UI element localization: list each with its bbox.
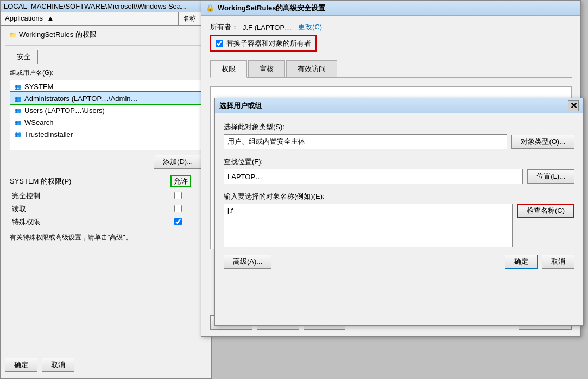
perm-row-read: 读取 — [10, 203, 202, 216]
perm-row-special: 特殊权限 — [10, 216, 202, 229]
select-user-ok-btn[interactable]: 确定 — [505, 255, 538, 269]
location-btn[interactable]: 位置(L)... — [527, 169, 574, 184]
tree-col-applications: Applications ▲ — [1, 12, 179, 25]
adv-tabs: 权限 审核 有效访问 — [210, 60, 572, 78]
user-icon-wsearch: 👥 — [14, 118, 22, 127]
tree-header: Applications ▲ 名称 — [1, 12, 211, 26]
workingset-item: 📁 WorkingSetRules 的权限 — [5, 29, 207, 41]
user-icon-trustedinstaller: 👥 — [14, 130, 22, 138]
owner-value: J.F (LAPTOP… — [243, 23, 292, 31]
perm-allow-full[interactable] — [174, 192, 182, 199]
owner-label: 所有者： — [210, 22, 238, 32]
enter-names-row: 输入要选择的对象名称(例如)(E): j.f 检查名称(C) — [224, 192, 574, 247]
security-tab[interactable]: 安全 — [10, 50, 38, 64]
location-inline: 位置(L)... — [224, 169, 574, 184]
select-user-dialog: 选择用户或组 ✕ 选择此对象类型(S): 对象类型(O)... 查找位置(F):… — [214, 98, 584, 326]
advanced-btn[interactable]: 高级(A)... — [224, 255, 271, 269]
select-user-bottom: 高级(A)... 确定 取消 — [224, 255, 574, 269]
check-input-row: j.f 检查名称(C) — [224, 204, 574, 247]
group-item-system[interactable]: 👥 SYSTEM — [10, 80, 201, 92]
select-user-cancel-btn[interactable]: 取消 — [542, 255, 574, 269]
object-type-inline: 对象类型(O)... — [224, 134, 574, 149]
object-type-btn[interactable]: 对象类型(O)... — [511, 135, 574, 149]
perm-table: 完全控制 读取 特殊权限 — [10, 190, 202, 229]
registry-title: LOCAL_MACHINE\SOFTWARE\Microsoft\Windows… — [4, 2, 187, 10]
adv-tab-permissions[interactable]: 权限 — [210, 60, 247, 78]
replace-owner-checkbox[interactable] — [216, 40, 223, 47]
adv-title-icon: 🔒 — [206, 4, 214, 12]
perm-allow-special[interactable] — [174, 218, 182, 225]
ok-cancel-row: 确定 取消 — [505, 255, 574, 269]
close-button[interactable]: ✕ — [568, 100, 579, 111]
group-label: 组或用户名(G): — [10, 68, 202, 78]
add-button[interactable]: 添加(D)... — [154, 155, 202, 169]
replace-owner-label: 替换子容器和对象的所有者 — [226, 39, 311, 48]
object-type-label: 选择此对象类型(S): — [224, 122, 574, 132]
registry-title-bar: LOCAL_MACHINE\SOFTWARE\Microsoft\Windows… — [1, 1, 211, 12]
adv-tab-audit[interactable]: 审核 — [248, 60, 285, 77]
check-name-btn[interactable]: 检查名称(C) — [517, 204, 574, 218]
owner-row: 所有者： J.F (LAPTOP… 更改(C) — [210, 22, 572, 32]
group-item-trustedinstaller[interactable]: 👥 TrustedInstaller — [10, 128, 201, 140]
group-item-administrators[interactable]: 👥 Administrators (LAPTOP…\Admin… — [10, 92, 201, 104]
check-name-btn-col: 检查名称(C) — [517, 204, 574, 218]
location-label: 查找位置(F): — [224, 157, 574, 167]
adv-title-text: WorkingSetRules的高级安全设置 — [218, 3, 325, 13]
registry-bottom-btns: 确定 取消 — [5, 358, 74, 372]
location-row: 查找位置(F): 位置(L)... — [224, 157, 574, 184]
object-names-input[interactable]: j.f — [224, 204, 513, 247]
registry-panel: LOCAL_MACHINE\SOFTWARE\Microsoft\Windows… — [0, 0, 212, 379]
perm-row-full: 完全控制 — [10, 190, 202, 203]
bottom-note: 有关特殊权限或高级设置，请单击"高级"。 — [10, 233, 202, 242]
location-input[interactable] — [224, 169, 523, 184]
registry-cancel-btn[interactable]: 取消 — [42, 358, 74, 372]
user-icon-users: 👥 — [14, 106, 22, 115]
object-type-row: 选择此对象类型(S): 对象类型(O)... — [224, 122, 574, 149]
group-item-wsearch[interactable]: 👥 WSearch — [10, 116, 201, 128]
enter-names-label: 输入要选择的对象名称(例如)(E): — [224, 192, 574, 201]
adv-title-bar: 🔒 WorkingSetRules的高级安全设置 — [201, 1, 580, 16]
group-item-users[interactable]: 👥 Users (LAPTOP…\Users) — [10, 104, 201, 116]
registry-ok-btn[interactable]: 确定 — [5, 358, 37, 372]
object-type-input[interactable] — [224, 134, 507, 149]
perm-section-label: SYSTEM 的权限(P) 允许 — [10, 175, 202, 187]
adv-tab-effective[interactable]: 有效访问 — [286, 60, 337, 77]
perm-allow-read[interactable] — [174, 205, 182, 212]
select-user-title-text: 选择用户或组 — [219, 101, 262, 111]
group-list: 👥 SYSTEM 👥 Administrators (LAPTOP…\Admin… — [10, 80, 202, 150]
user-icon-administrators: 👥 — [14, 94, 22, 103]
select-user-body: 选择此对象类型(S): 对象类型(O)... 查找位置(F): 位置(L)...… — [215, 113, 583, 277]
replace-owner-row: 替换子容器和对象的所有者 — [210, 35, 317, 52]
user-icon-system: 👥 — [14, 82, 22, 91]
change-link[interactable]: 更改(C) — [298, 22, 322, 32]
add-btn-row: 添加(D)... — [10, 155, 202, 169]
select-user-title-bar: 选择用户或组 ✕ — [215, 98, 583, 113]
